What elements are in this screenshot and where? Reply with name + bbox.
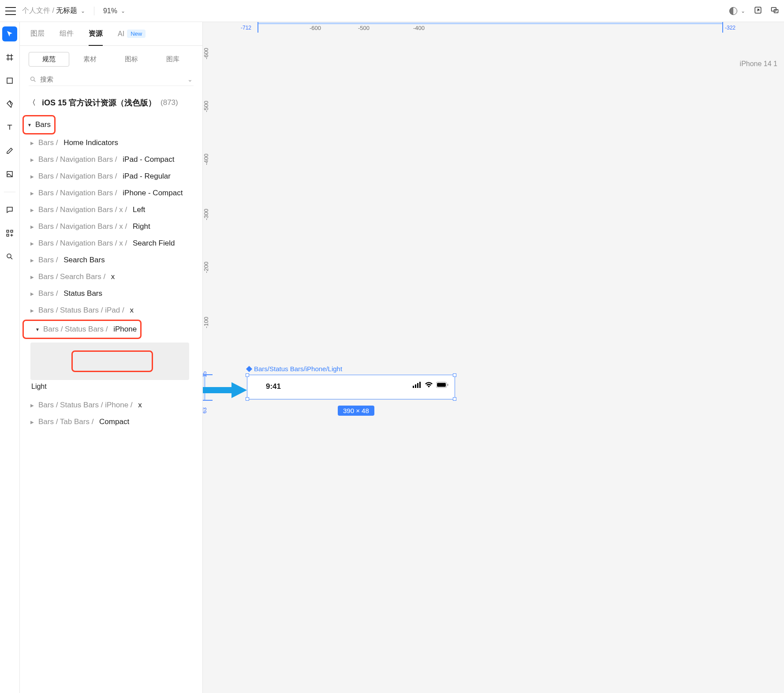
- selection-title[interactable]: Bars/Status Bars/iPhone/Light: [247, 365, 342, 373]
- tree-path: Bars / Navigation Bars / x /: [38, 205, 127, 214]
- subtab-material[interactable]: 素材: [69, 55, 111, 63]
- theme-toggle[interactable]: ⌄: [729, 7, 745, 15]
- export-button[interactable]: [754, 6, 762, 15]
- chevron-right-icon: [30, 291, 37, 296]
- tree-path: Bars / Tab Bars /: [38, 417, 93, 426]
- svg-rect-15: [437, 383, 446, 387]
- svg-rect-10: [413, 386, 414, 388]
- tree-node[interactable]: Bars / Tab Bars / Compact: [22, 414, 197, 430]
- subtab-library[interactable]: 图库: [152, 55, 194, 63]
- chevron-right-icon: [30, 241, 37, 246]
- status-time: 9:41: [266, 382, 281, 391]
- subtab-spec[interactable]: 规范: [29, 52, 69, 67]
- zoom-dropdown[interactable]: 91% ⌄: [103, 7, 125, 15]
- tree-path: Bars / Navigation Bars /: [38, 172, 117, 181]
- tree-node[interactable]: Bars / Navigation Bars / x / Search Fiel…: [22, 235, 197, 252]
- selection-dimensions: 390 × 48: [338, 406, 374, 416]
- tree-leaf: x: [130, 306, 134, 315]
- tree-node[interactable]: Bars / Status Bars: [22, 285, 197, 302]
- selected-component[interactable]: 9:41: [247, 375, 455, 399]
- subtab-icon[interactable]: 图标: [111, 55, 152, 63]
- chevron-down-icon[interactable]: ⌄: [187, 76, 193, 83]
- tree-path: Bars / Navigation Bars /: [38, 155, 117, 164]
- tree-node[interactable]: Bars / Search Bars: [22, 252, 197, 268]
- tree-leaf: iPhone - Compact: [123, 189, 183, 197]
- tree-leaf: iPhone: [113, 325, 137, 334]
- chevron-right-icon: [30, 190, 37, 196]
- tree-node[interactable]: Bars / Navigation Bars / x / Right: [22, 218, 197, 235]
- back-button[interactable]: 〈: [29, 98, 37, 108]
- signal-icon: [413, 382, 422, 388]
- preview-caption: Light: [31, 383, 188, 391]
- chevron-right-icon: [30, 140, 37, 145]
- component-icon: [246, 365, 252, 372]
- svg-rect-5: [7, 230, 9, 232]
- tree-leaf: Search Field: [133, 239, 175, 248]
- resize-handle[interactable]: [246, 373, 249, 377]
- tree-node[interactable]: Bars / Navigation Bars / x / Left: [22, 201, 197, 218]
- chevron-down-icon: [27, 122, 34, 127]
- resize-handle[interactable]: [246, 397, 249, 401]
- ruler-horizontal: -712 -600 -500 -400 -322: [213, 22, 784, 33]
- breadcrumb[interactable]: 个人文件 / 无标题 ⌄: [22, 6, 85, 15]
- chevron-right-icon: [30, 257, 37, 263]
- svg-rect-16: [448, 384, 448, 386]
- svg-point-8: [7, 254, 11, 258]
- search-input[interactable]: [40, 75, 184, 83]
- tree-leaf: Right: [133, 222, 150, 231]
- resize-handle[interactable]: [453, 373, 456, 377]
- arrow-annotation: [203, 381, 247, 400]
- comment-tool[interactable]: [2, 202, 17, 217]
- frame-label[interactable]: iPhone 14 1: [740, 60, 777, 68]
- tree-path: Bars / Navigation Bars /: [38, 189, 117, 197]
- rectangle-tool[interactable]: [2, 73, 17, 88]
- text-tool[interactable]: [2, 120, 17, 135]
- search-tool[interactable]: [2, 249, 17, 264]
- chevron-right-icon: [30, 402, 37, 408]
- tree-node[interactable]: Bars / Navigation Bars / iPhone - Compac…: [22, 185, 197, 201]
- tab-assets[interactable]: 资源: [89, 22, 103, 45]
- menu-button[interactable]: [5, 7, 16, 15]
- battery-icon: [436, 382, 448, 388]
- tab-components[interactable]: 组件: [60, 22, 74, 45]
- tree-node[interactable]: Bars / Status Bars / iPad / x: [22, 302, 197, 319]
- tab-ai[interactable]: AI New: [118, 22, 146, 45]
- tree-node-bars[interactable]: Bars: [24, 116, 54, 133]
- pencil-tool[interactable]: [2, 143, 17, 158]
- svg-rect-11: [415, 384, 416, 388]
- tree-node[interactable]: Bars / Home Indicators: [22, 134, 197, 151]
- svg-rect-12: [417, 383, 418, 388]
- components-tool[interactable]: [2, 226, 17, 241]
- tree-leaf: iPad - Compact: [123, 155, 174, 164]
- tree-path: Bars / Status Bars / iPhone /: [38, 401, 133, 410]
- tree-leaf: Status Bars: [63, 289, 102, 298]
- tab-layers[interactable]: 图层: [30, 22, 45, 45]
- divider: [94, 7, 94, 15]
- tree-leaf: x: [138, 401, 142, 410]
- tree-node[interactable]: Bars / Status Bars / iPhone / x: [22, 397, 197, 414]
- tree-node[interactable]: Bars / Search Bars / x: [22, 268, 197, 285]
- resize-handle[interactable]: [453, 397, 456, 401]
- move-tool[interactable]: [2, 26, 17, 41]
- pen-tool[interactable]: [2, 97, 17, 112]
- chevron-down-icon: ⌄: [121, 8, 125, 14]
- chevron-right-icon: [30, 308, 37, 313]
- svg-rect-7: [7, 234, 9, 236]
- annotation-box: [71, 350, 153, 372]
- tree-label: Bars: [35, 120, 51, 129]
- tree-path: Bars / Navigation Bars / x /: [38, 222, 127, 231]
- chevron-down-icon: [35, 327, 41, 332]
- chevron-right-icon: [30, 174, 37, 179]
- tree-node[interactable]: Bars / Navigation Bars / iPad - Compact: [22, 151, 197, 168]
- tree-path: Bars / Search Bars /: [38, 272, 105, 281]
- image-tool[interactable]: [2, 167, 17, 182]
- present-button[interactable]: [771, 6, 779, 15]
- assets-search[interactable]: ⌄: [29, 73, 194, 86]
- library-count: (873): [161, 98, 178, 107]
- breadcrumb-parent: 个人文件 /: [22, 6, 54, 15]
- tree-path: Bars /: [38, 256, 58, 265]
- frame-tool[interactable]: [2, 50, 17, 65]
- tree-node[interactable]: Bars / Navigation Bars / iPad - Regular: [22, 168, 197, 185]
- component-preview[interactable]: [30, 343, 189, 380]
- tree-node-statusbar-iphone[interactable]: Bars / Status Bars / iPhone: [32, 321, 140, 338]
